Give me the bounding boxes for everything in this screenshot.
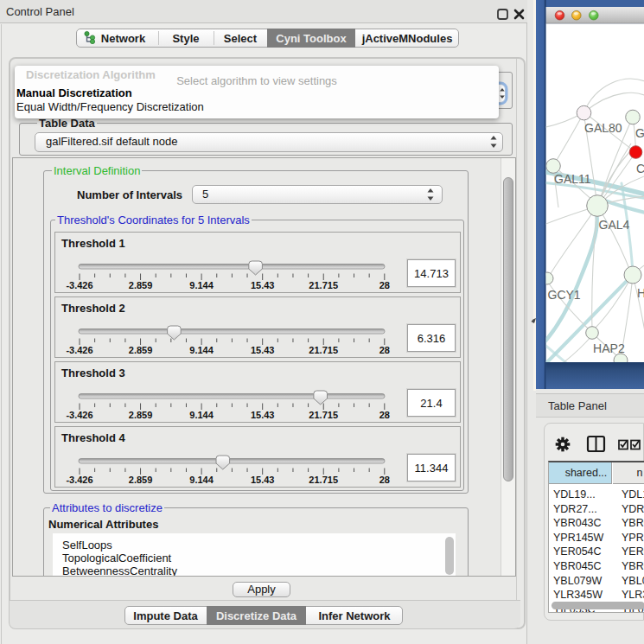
svg-text:-3.426: -3.426 <box>66 410 92 420</box>
svg-text:28: 28 <box>379 410 390 420</box>
svg-text:-3.426: -3.426 <box>66 475 92 485</box>
svg-text:H: H <box>637 286 644 300</box>
svg-text:28: 28 <box>379 475 390 485</box>
svg-text:GAL4: GAL4 <box>599 218 630 232</box>
svg-text:21.715: 21.715 <box>309 280 338 290</box>
svg-text:GCY1: GCY1 <box>548 288 581 302</box>
svg-text:2.859: 2.859 <box>129 280 153 290</box>
svg-text:9.144: 9.144 <box>189 410 214 420</box>
svg-text:21.715: 21.715 <box>309 345 338 355</box>
svg-text:28: 28 <box>379 280 390 290</box>
svg-text:2.859: 2.859 <box>129 345 153 355</box>
svg-text:GAL80: GAL80 <box>584 121 622 135</box>
svg-text:2.859: 2.859 <box>129 410 153 420</box>
svg-text:C: C <box>636 162 644 175</box>
svg-text:28: 28 <box>379 345 390 355</box>
svg-text:15.43: 15.43 <box>251 410 275 420</box>
svg-text:GAL11: GAL11 <box>554 172 591 186</box>
svg-text:-3.426: -3.426 <box>66 280 92 290</box>
svg-text:9.144: 9.144 <box>189 280 214 290</box>
svg-text:15.43: 15.43 <box>251 475 275 485</box>
svg-text:21.715: 21.715 <box>309 410 338 420</box>
svg-text:-3.426: -3.426 <box>66 345 92 355</box>
svg-text:G: G <box>635 126 644 140</box>
svg-text:9.144: 9.144 <box>189 475 214 485</box>
svg-text:9.144: 9.144 <box>189 345 214 355</box>
svg-text:15.43: 15.43 <box>251 345 275 355</box>
svg-text:21.715: 21.715 <box>309 475 338 485</box>
svg-text:HAP2: HAP2 <box>593 341 625 355</box>
svg-text:15.43: 15.43 <box>251 280 275 290</box>
svg-text:2.859: 2.859 <box>129 475 153 485</box>
